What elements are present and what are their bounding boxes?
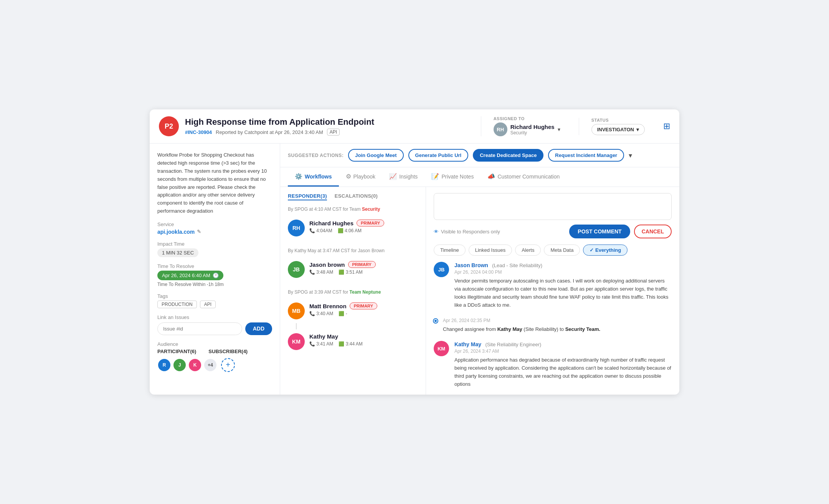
post-comment-button[interactable]: POST COMMENT bbox=[569, 225, 630, 238]
cancel-button[interactable]: CANCEL bbox=[634, 225, 672, 238]
responder-group-security: By SPOG at 4:10 AM CST for Team Security… bbox=[288, 207, 418, 240]
tab-insights-label: Insights bbox=[399, 174, 418, 180]
header-title-block: High Response time from Application Endp… bbox=[185, 117, 475, 136]
tab-workflows[interactable]: ⚙️ Workflows bbox=[288, 167, 339, 187]
request-incident-manager-button[interactable]: Request Incident Manager bbox=[548, 149, 624, 162]
resp-time-phone-richard: 📞 4:04AM bbox=[309, 228, 332, 233]
participant-tab: PARTICIPANT(6) bbox=[157, 349, 196, 354]
status-block: STATUS INVESTIGATON ▾ bbox=[579, 118, 657, 135]
resp-info-jason: Jason brown PRIMARY 📞 3:48 AM 🟩 3:51 AM bbox=[309, 261, 418, 275]
main-content: SUGGESTED ACTIONS: Join Google Meet Gene… bbox=[280, 144, 679, 394]
issue-row: ADD bbox=[157, 322, 272, 335]
timeline-name-row-kathy: Kathy May (Site Reliability Engineer) bbox=[454, 341, 672, 348]
issue-input[interactable] bbox=[157, 322, 242, 335]
audience-label: Audience bbox=[157, 341, 272, 347]
responder-card-matt: MB Matt Brennon PRIMARY 📞 3:40 AM 🟩 - bbox=[288, 299, 418, 323]
more-avatars-badge: +4 bbox=[203, 358, 217, 372]
filter-meta-data[interactable]: Meta Data bbox=[544, 245, 580, 256]
escalations-tab[interactable]: ESCALATIONS(0) bbox=[335, 193, 378, 200]
filter-alerts[interactable]: Alerts bbox=[515, 245, 541, 256]
audience-header: PARTICIPANT(6) SUBSCRIBER(4) bbox=[157, 349, 272, 354]
timeline-text-kathy: Application performance has degraded bec… bbox=[454, 356, 672, 388]
tab-private-notes[interactable]: 📝 Private Notes bbox=[424, 167, 481, 187]
primary-badge-matt: PRIMARY bbox=[350, 302, 377, 309]
add-audience-button[interactable]: + bbox=[221, 358, 235, 372]
impact-time-label: Impact Time bbox=[157, 241, 272, 247]
add-issue-button[interactable]: ADD bbox=[245, 322, 272, 335]
resp-avatar-richard: RH bbox=[288, 220, 305, 236]
comments-panel: 👁 Visible to Responders only POST COMMEN… bbox=[426, 187, 679, 394]
eye-icon: 👁 bbox=[434, 229, 439, 235]
timeline-body-jason: Jason Brown (Lead - Site Reliability) Ap… bbox=[454, 262, 672, 309]
assigned-person[interactable]: RH Richard Hughes Security ▾ bbox=[494, 122, 560, 136]
customer-comm-icon: 📣 bbox=[487, 173, 495, 180]
chevron-down-icon: ▾ bbox=[558, 126, 560, 132]
service-link[interactable]: api.jookla.com ✎ bbox=[157, 229, 272, 235]
resp-times-jason: 📞 3:48 AM 🟩 3:51 AM bbox=[309, 269, 418, 275]
reported-by: Reported by Catchpoint at Apr 26, 2024 3… bbox=[216, 129, 323, 135]
responders-panel: RESPONDER(3) ESCALATIONS(0) By SPOG at 4… bbox=[280, 187, 426, 394]
resp-name-matt: Matt Brennon bbox=[309, 303, 347, 309]
filter-linked-issues[interactable]: Linked Issues bbox=[469, 245, 512, 256]
comment-actions-row: 👁 Visible to Responders only POST COMMEN… bbox=[434, 225, 672, 238]
resp-times-kathy: 📞 3:41 AM 🟩 3:44 AM bbox=[309, 341, 418, 347]
comment-input[interactable] bbox=[434, 193, 672, 220]
timeline-name-kathy: Kathy May bbox=[454, 341, 481, 347]
tag-api: API bbox=[200, 301, 216, 308]
link-issue-label: Link an Issues bbox=[157, 314, 272, 320]
more-actions-icon[interactable]: ▾ bbox=[629, 151, 632, 160]
filter-timeline[interactable]: Timeline bbox=[434, 245, 466, 256]
main-container: P2 High Response time from Application E… bbox=[150, 109, 679, 394]
group-meta-neptune: By SPOG at 3:39 AM CST for Team Neptune bbox=[288, 289, 418, 295]
comment-buttons: POST COMMENT CANCEL bbox=[569, 225, 672, 238]
resolve-date: Apr 26, 2024 6:40 AM 🕐 bbox=[157, 271, 223, 280]
header: P2 High Response time from Application E… bbox=[150, 109, 679, 144]
header-meta: #INC-30904 Reported by Catchpoint at Apr… bbox=[185, 129, 475, 136]
timeline-entry-jason: JB Jason Brown (Lead - Site Reliability)… bbox=[434, 262, 672, 309]
workflows-icon: ⚙️ bbox=[295, 173, 302, 180]
tab-playbook[interactable]: ⚙ Playbook bbox=[339, 167, 383, 187]
tags-list: PRODUCTION API bbox=[157, 301, 272, 308]
tags-field: Tags PRODUCTION API bbox=[157, 293, 272, 308]
timeline-date-system: Apr 26, 2024 02:35 PM bbox=[443, 318, 672, 323]
assigned-info: Richard Hughes Security bbox=[510, 124, 555, 136]
timeline-avatar-kathy: KM bbox=[434, 341, 449, 356]
grid-icon[interactable]: ⊞ bbox=[663, 121, 670, 131]
resp-times-matt: 📞 3:40 AM 🟩 - bbox=[309, 311, 418, 316]
private-notes-icon: 📝 bbox=[431, 173, 439, 180]
resolve-within: Time To Resolve Within -1h 18m bbox=[157, 282, 272, 287]
resp-time-phone-matt: 📞 3:40 AM bbox=[309, 311, 333, 316]
responder-group-neptune: By SPOG at 3:39 AM CST for Team Neptune … bbox=[288, 289, 418, 354]
tab-customer-comm-label: Customer Communication bbox=[497, 174, 560, 180]
tab-insights[interactable]: 📈 Insights bbox=[382, 167, 424, 187]
responder-card-jason: JB Jason brown PRIMARY 📞 3:48 AM 🟩 3:51 … bbox=[288, 257, 418, 282]
tab-customer-communication[interactable]: 📣 Customer Communication bbox=[481, 167, 566, 187]
responder-card-kathy: KM Kathy May 📞 3:41 AM 🟩 3:44 AM bbox=[288, 329, 418, 354]
filter-everything[interactable]: ✓ Everything bbox=[583, 245, 628, 256]
clock-icon: 🕐 bbox=[213, 273, 219, 278]
panels: RESPONDER(3) ESCALATIONS(0) By SPOG at 4… bbox=[280, 187, 679, 394]
resp-info-kathy: Kathy May 📞 3:41 AM 🟩 3:44 AM bbox=[309, 333, 418, 347]
inc-link[interactable]: #INC-30904 bbox=[185, 129, 212, 135]
group-meta-jason: By Kathy May at 3:47 AM CST for Jason Br… bbox=[288, 248, 418, 253]
tag-production: PRODUCTION bbox=[157, 301, 197, 308]
time-to-resolve-label: Time To Resolve bbox=[157, 263, 272, 269]
edit-icon[interactable]: ✎ bbox=[197, 229, 201, 235]
team-neptune-link[interactable]: Team Neptune bbox=[350, 289, 381, 295]
impact-time-value: 1 MIN 32 SEC bbox=[157, 248, 198, 257]
status-select[interactable]: INVESTIGATON ▾ bbox=[591, 124, 645, 135]
responder-tab-active[interactable]: RESPONDER(3) bbox=[288, 193, 327, 200]
timeline-entry-system: Apr 26, 2024 02:35 PM Changed assignee f… bbox=[434, 317, 672, 334]
generate-public-url-button[interactable]: Generate Public Url bbox=[408, 149, 469, 162]
assigned-label: ASSIGNED TO bbox=[494, 116, 525, 121]
assigned-name: Richard Hughes bbox=[510, 124, 555, 130]
team-security-link[interactable]: Security bbox=[362, 207, 380, 212]
audience-avatar-1: R bbox=[157, 358, 171, 372]
resp-times-richard: 📞 4:04AM 🟩 4:06 AM bbox=[309, 228, 418, 233]
timeline-filters: Timeline Linked Issues Alerts Meta Data … bbox=[434, 245, 672, 256]
resp-time-meet-jason: 🟩 3:51 AM bbox=[339, 269, 362, 275]
join-google-meet-button[interactable]: Join Google Meet bbox=[348, 149, 403, 162]
timeline: JB Jason Brown (Lead - Site Reliability)… bbox=[434, 262, 672, 388]
create-dedicated-space-button[interactable]: Create Dedicated Space bbox=[473, 149, 543, 162]
audience-avatar-2: J bbox=[173, 358, 187, 372]
